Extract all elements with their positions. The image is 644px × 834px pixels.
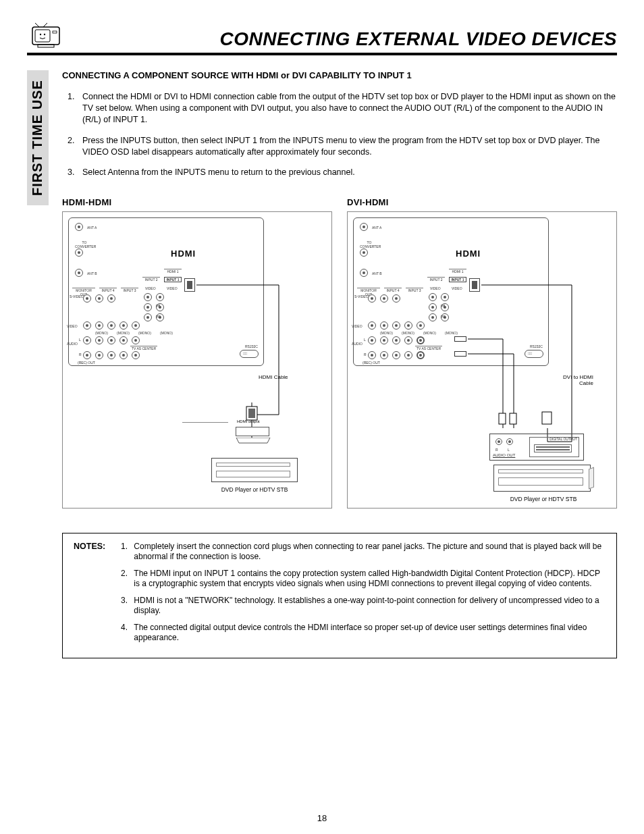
label-audio-l: L	[508, 448, 510, 452]
label-pr: PR	[441, 315, 446, 319]
instruction-steps: Connect the HDMI or DVI to HDMI connecti…	[62, 91, 617, 178]
hdmi-logo-icon: HDMI	[456, 249, 481, 259]
label-ant-a: ANT A	[372, 226, 381, 230]
label-r: R	[364, 353, 367, 357]
label-to-converter: TO CONVERTER	[75, 240, 94, 249]
label-to-converter: TO CONVERTER	[360, 240, 379, 249]
label-input2: INPUT 2	[142, 277, 160, 282]
label-audio-sub: (REC) OUT	[363, 361, 380, 365]
label-mono: (MONO)	[138, 331, 151, 335]
label-audio: AUDIO	[67, 342, 78, 346]
label-video-row: VIDEO	[67, 324, 78, 328]
page-number: 18	[0, 813, 644, 823]
label-input1: INPUT 1	[164, 277, 182, 282]
label-l: L	[79, 338, 81, 342]
note-item: The connected digital output device cont…	[130, 623, 605, 643]
step-item: Select Antenna from the INPUTS menu to r…	[77, 167, 617, 178]
svg-line-5	[35, 23, 39, 27]
svg-line-6	[43, 23, 47, 27]
hdmi-port-icon	[184, 278, 195, 292]
header-divider	[27, 53, 617, 55]
notes-box: NOTES: Completely insert the connection …	[62, 533, 617, 658]
diagram-hdmi-hdmi: ANT A TO CONVERTER ANT B HDMI MONITOR OU…	[62, 211, 332, 509]
hdmi-logo-icon: HDMI	[171, 249, 196, 259]
label-ant-b: ANT B	[372, 271, 382, 276]
label-hdmi1: HDMI 1	[449, 269, 466, 273]
svg-rect-9	[248, 409, 255, 418]
page-header: CONNECTING EXTERNAL VIDEO DEVICES	[27, 20, 617, 50]
device-caption-right: DVD Player or HDTV STB	[496, 496, 591, 502]
label-video-col: VIDEO	[430, 286, 441, 290]
diagram-right-label: DVI-HDMI	[347, 197, 617, 207]
label-hdmi1: HDMI 1	[164, 269, 182, 273]
label-pb: PB	[156, 304, 161, 308]
section-heading: CONNECTING A COMPONENT SOURCE WITH HDMI …	[62, 70, 617, 80]
svg-rect-11	[510, 413, 516, 424]
diagram-dvi-hdmi: ANT A TO CONVERTER ANT B HDMI MONITOR OU…	[347, 211, 617, 509]
label-input3: INPUT 3	[406, 288, 423, 292]
label-tv-center: TV AS CENTER	[415, 346, 442, 350]
svg-point-3	[44, 34, 45, 35]
svg-rect-10	[499, 413, 506, 424]
tv-mascot-icon	[27, 20, 65, 50]
label-input1: INPUT 1	[449, 277, 466, 282]
label-audio-out: AUDIO OUT	[493, 453, 515, 457]
svg-point-2	[40, 34, 41, 35]
device-caption-left: DVD Player or HDTV STB	[207, 486, 302, 493]
hdmi-port-icon	[469, 278, 480, 292]
label-mono: (MONO)	[117, 331, 130, 335]
label-input3: INPUT 3	[121, 288, 138, 292]
label-rs232c: RS232C	[245, 344, 258, 348]
step-item: Press the INPUTS button, then select INP…	[77, 135, 617, 158]
label-mono: (MONO)	[423, 331, 436, 335]
cable-label-dvi: DVI to HDMI Cable	[557, 374, 593, 386]
label-ant-a: ANT A	[87, 226, 97, 230]
label-video-col: VIDEO	[145, 286, 156, 290]
label-video-row: VIDEO	[352, 324, 363, 328]
label-audio: AUDIO	[352, 342, 363, 346]
label-mono: (MONO)	[95, 331, 108, 335]
label-pb: PB	[441, 304, 446, 308]
notes-header: NOTES:	[74, 542, 113, 551]
note-item: HDMI is not a "NETWORK" technology. It e…	[130, 596, 605, 616]
page-title: CONNECTING EXTERNAL VIDEO DEVICES	[72, 28, 617, 50]
label-mono: (MONO)	[380, 331, 393, 335]
label-r: R	[79, 353, 82, 357]
cable-label-hdmi: HDMI Cable	[259, 374, 288, 380]
label-mono: (MONO)	[160, 331, 173, 335]
note-item: Completely insert the connection cord pl…	[130, 542, 605, 562]
diagram-left-label: HDMI-HDMI	[62, 197, 332, 207]
label-input4: INPUT 4	[99, 288, 117, 292]
label-audio-r: R	[495, 448, 498, 452]
label-tv-center: TV AS CENTER	[130, 346, 157, 350]
label-ant-b: ANT B	[87, 271, 97, 276]
label-rs232c: RS232C	[530, 344, 543, 348]
svg-rect-12	[542, 412, 552, 424]
section-tab: FIRST TIME USE	[27, 70, 49, 205]
step-item: Connect the HDMI or DVI to HDMI connecti…	[77, 91, 617, 126]
label-video-col: VIDEO	[167, 286, 178, 290]
label-audio-sub: (REC) OUT	[78, 361, 95, 365]
label-mono: (MONO)	[402, 331, 414, 335]
label-input2: INPUT 2	[427, 277, 445, 282]
svg-rect-4	[53, 31, 57, 33]
hdmi-output-label: HDMI output	[237, 419, 260, 423]
label-mono: (MONO)	[445, 331, 458, 335]
svg-rect-1	[35, 30, 50, 42]
label-svideo: S-VIDEO	[354, 294, 369, 298]
label-video-col: VIDEO	[452, 286, 462, 290]
label-pr: PR	[156, 315, 161, 319]
note-item: The HDMI input on INPUT 1 contains the c…	[130, 569, 605, 589]
label-input4: INPUT 4	[384, 288, 402, 292]
svg-rect-8	[246, 407, 257, 420]
label-digital-output: DIGITAL OUTPUT	[549, 437, 577, 441]
label-svideo: S-VIDEO	[70, 294, 84, 298]
label-l: L	[364, 338, 366, 342]
